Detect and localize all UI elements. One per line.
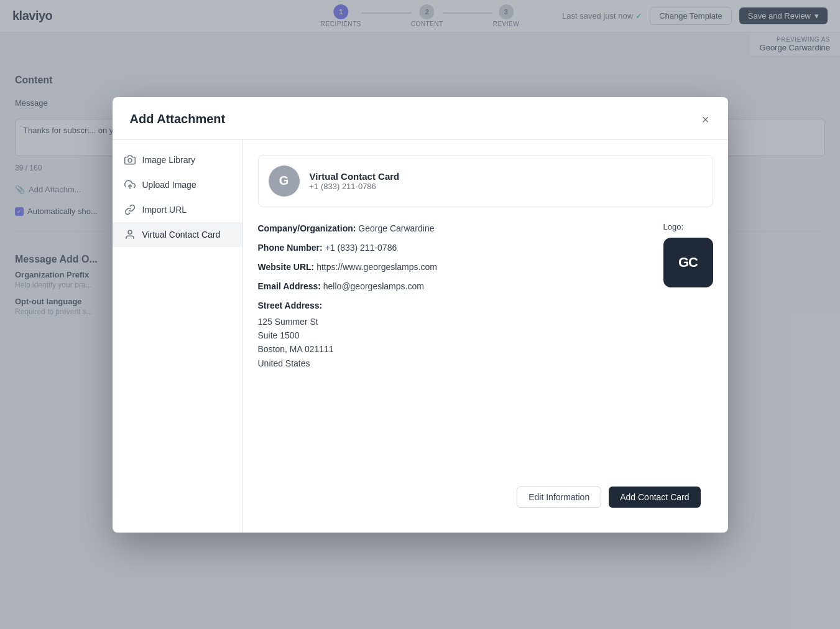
avatar: G bbox=[269, 165, 300, 197]
modal-actions: Edit Information Add Contact Card bbox=[502, 474, 715, 520]
address-row: Street Address: 125 Summer St Suite 1500… bbox=[258, 299, 639, 371]
sidebar-item-import-url[interactable]: Import URL bbox=[113, 197, 242, 222]
company-logo: GC bbox=[663, 238, 713, 287]
address-line2: Suite 1500 bbox=[258, 328, 639, 342]
website-value: https://www.georgeslamps.com bbox=[316, 262, 437, 272]
email-row: Email Address: hello@georgeslamps.com bbox=[258, 280, 639, 293]
svg-point-2 bbox=[128, 230, 132, 234]
contact-card-preview: G Virtual Contact Card +1 (833) 211-0786 bbox=[258, 155, 713, 207]
company-label: Company/Organization: bbox=[258, 223, 356, 233]
modal: Add Attachment × Image Library bbox=[113, 97, 728, 533]
address-line1: 125 Summer St bbox=[258, 315, 639, 328]
contact-card-phone-preview: +1 (833) 211-0786 bbox=[310, 182, 703, 191]
company-value: George Carwardine bbox=[358, 223, 434, 233]
company-row: Company/Organization: George Carwardine bbox=[258, 222, 639, 235]
contact-preview-info: Virtual Contact Card +1 (833) 211-0786 bbox=[310, 171, 703, 191]
modal-header: Add Attachment × bbox=[113, 97, 728, 140]
sidebar-item-upload-image[interactable]: Upload Image bbox=[113, 172, 242, 197]
address-line4: United States bbox=[258, 356, 639, 370]
import-url-label: Import URL bbox=[142, 205, 187, 215]
link-icon bbox=[124, 203, 136, 216]
upload-icon bbox=[124, 179, 136, 191]
logo-section-label: Logo: bbox=[663, 222, 713, 231]
image-library-label: Image Library bbox=[142, 155, 196, 165]
logo-initials: GC bbox=[678, 254, 698, 271]
website-label: Website URL: bbox=[258, 262, 315, 272]
address-line3: Boston, MA 021111 bbox=[258, 342, 639, 356]
modal-sidebar: Image Library Upload Image bbox=[113, 140, 243, 533]
person-icon bbox=[124, 228, 136, 241]
modal-overlay: Add Attachment × Image Library bbox=[0, 0, 840, 629]
svg-point-0 bbox=[128, 158, 132, 162]
sidebar-item-image-library[interactable]: Image Library bbox=[113, 147, 242, 172]
address-label: Street Address: bbox=[258, 299, 639, 312]
contact-info: Company/Organization: George Carwardine … bbox=[258, 222, 639, 377]
contact-details: Company/Organization: George Carwardine … bbox=[258, 222, 713, 377]
phone-value: +1 (833) 211-0786 bbox=[325, 243, 397, 253]
modal-title: Add Attachment bbox=[130, 112, 226, 126]
camera-icon bbox=[124, 154, 136, 166]
close-button[interactable]: × bbox=[701, 112, 711, 127]
virtual-contact-card-label: Virtual Contact Card bbox=[142, 230, 221, 240]
phone-label: Phone Number: bbox=[258, 243, 323, 253]
logo-section: Logo: GC bbox=[663, 222, 713, 377]
website-row: Website URL: https://www.georgeslamps.co… bbox=[258, 261, 639, 274]
email-label: Email Address: bbox=[258, 281, 321, 291]
add-contact-card-button[interactable]: Add Contact Card bbox=[609, 487, 700, 508]
edit-information-button[interactable]: Edit Information bbox=[517, 487, 601, 508]
sidebar-item-virtual-contact-card[interactable]: Virtual Contact Card bbox=[113, 222, 242, 247]
upload-image-label: Upload Image bbox=[142, 180, 196, 190]
contact-card-title: Virtual Contact Card bbox=[310, 171, 703, 182]
phone-row: Phone Number: +1 (833) 211-0786 bbox=[258, 241, 639, 254]
address-block: 125 Summer St Suite 1500 Boston, MA 0211… bbox=[258, 315, 639, 371]
email-value: hello@georgeslamps.com bbox=[323, 281, 424, 291]
avatar-letter: G bbox=[279, 174, 289, 188]
